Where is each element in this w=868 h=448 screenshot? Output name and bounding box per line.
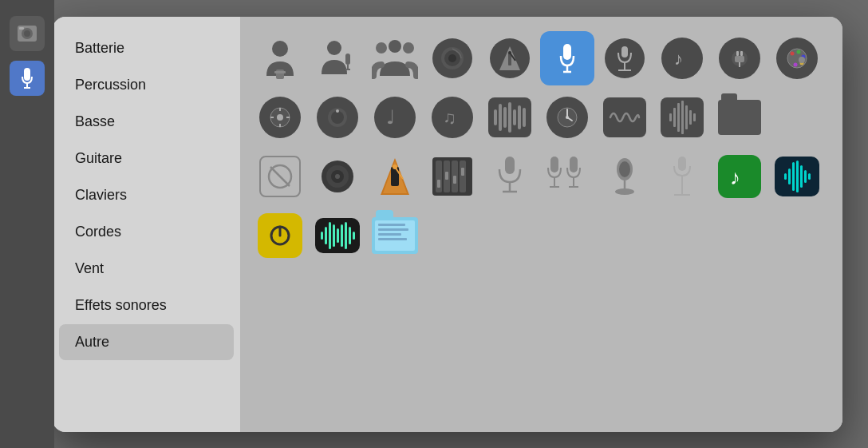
icon-blue-folder[interactable] [368, 208, 422, 263]
icon-teal-waveform[interactable] [770, 149, 824, 204]
icon-yellow-power[interactable] [253, 208, 307, 263]
icon-palette[interactable] [770, 31, 824, 85]
svg-point-51 [336, 109, 339, 113]
svg-point-44 [277, 114, 283, 121]
category-effets-sonores[interactable]: Effets sonores [59, 287, 234, 323]
svg-rect-78 [505, 157, 515, 174]
icon-mic-selected[interactable] [540, 31, 594, 85]
icon-mic-tall[interactable] [655, 149, 709, 204]
icon-notes[interactable]: ♫ [425, 90, 479, 145]
svg-rect-8 [276, 69, 284, 79]
icon-speaker-dish[interactable] [425, 31, 479, 85]
svg-rect-91 [678, 157, 686, 171]
icon-green-music[interactable]: ♪ [712, 149, 767, 204]
svg-point-68 [393, 165, 397, 169]
icon-plug[interactable] [712, 31, 767, 85]
icon-mic-dual[interactable] [540, 149, 594, 204]
icon-timer[interactable] [253, 90, 307, 145]
svg-rect-24 [563, 44, 571, 60]
svg-rect-84 [570, 157, 578, 172]
svg-rect-73 [460, 161, 466, 192]
svg-point-19 [448, 54, 456, 62]
category-list: Batterie Percussion Basse Guitare Clavie… [53, 17, 240, 432]
sidebar-amp-icon[interactable] [10, 16, 45, 51]
icon-music-note-circle[interactable]: ♪ [655, 31, 709, 85]
svg-text:♩: ♩ [386, 106, 395, 128]
icon-row-2: ♩ ♫ [253, 90, 830, 145]
icon-mic-stand[interactable] [598, 31, 652, 85]
icon-row-4 [253, 208, 830, 263]
svg-point-90 [615, 188, 634, 195]
svg-rect-9 [274, 71, 286, 73]
icon-clock[interactable] [540, 90, 594, 145]
icon-mic-desk[interactable] [598, 149, 652, 204]
icon-grid: ♪ [240, 17, 842, 432]
svg-rect-27 [621, 46, 628, 57]
category-percussion[interactable]: Percussion [59, 67, 234, 103]
category-cordes[interactable]: Cordes [59, 214, 234, 250]
svg-point-88 [619, 161, 630, 177]
svg-point-23 [508, 51, 511, 54]
svg-rect-33 [740, 51, 743, 56]
svg-point-42 [799, 57, 805, 63]
svg-point-16 [403, 42, 414, 54]
svg-point-2 [24, 30, 30, 37]
svg-text:♪: ♪ [730, 165, 740, 189]
icon-folder-dark[interactable] [712, 90, 767, 145]
icon-mixer[interactable] [425, 149, 479, 204]
svg-point-37 [791, 51, 795, 55]
category-vent[interactable]: Vent [59, 251, 234, 287]
icon-group-persons[interactable] [368, 31, 422, 85]
icon-stem-wave[interactable] [655, 90, 709, 145]
svg-point-10 [327, 41, 341, 55]
svg-point-41 [794, 62, 798, 66]
svg-rect-3 [19, 27, 24, 30]
svg-rect-74 [437, 180, 440, 188]
svg-point-50 [331, 111, 344, 124]
left-sidebar [0, 0, 54, 448]
svg-rect-77 [461, 168, 464, 176]
svg-point-63 [335, 174, 340, 179]
svg-rect-81 [550, 157, 558, 172]
icon-no-symbol[interactable] [253, 149, 307, 204]
svg-rect-75 [445, 172, 448, 180]
icon-person-mic[interactable] [310, 31, 365, 85]
sidebar-mic-icon[interactable] [10, 61, 45, 96]
icon-mic-single[interactable] [483, 149, 537, 204]
icon-metronome-small[interactable] [483, 31, 537, 85]
icon-knob[interactable] [310, 90, 365, 145]
icon-music-note-dark[interactable]: ♩ [368, 90, 422, 145]
icon-row-1: ♪ [253, 31, 830, 85]
svg-point-14 [389, 40, 401, 53]
icon-row-3: ♪ [253, 149, 830, 204]
svg-text:♫: ♫ [443, 108, 456, 128]
icon-single-person[interactable] [253, 31, 307, 85]
main-popup: Batterie Percussion Basse Guitare Clavie… [53, 17, 842, 432]
icon-wave[interactable] [598, 90, 652, 145]
category-batterie[interactable]: Batterie [59, 30, 234, 66]
svg-rect-34 [735, 56, 744, 62]
svg-point-57 [566, 116, 569, 119]
category-autre[interactable]: Autre [59, 324, 234, 360]
svg-rect-11 [345, 54, 350, 65]
svg-point-15 [376, 42, 387, 54]
category-basse[interactable]: Basse [59, 104, 234, 140]
icon-metronome-orange[interactable] [368, 149, 422, 204]
category-guitare[interactable]: Guitare [59, 141, 234, 176]
svg-point-7 [272, 41, 288, 57]
svg-rect-32 [736, 51, 739, 56]
icon-waveform-bars[interactable] [483, 90, 537, 145]
svg-rect-4 [24, 68, 30, 81]
icon-dark-waveform[interactable] [310, 208, 365, 263]
svg-point-38 [797, 50, 801, 54]
svg-text:♪: ♪ [674, 49, 683, 69]
category-claviers[interactable]: Claviers [59, 177, 234, 213]
svg-rect-76 [453, 176, 456, 184]
svg-line-59 [270, 167, 290, 186]
icon-speaker-large[interactable] [310, 149, 365, 204]
